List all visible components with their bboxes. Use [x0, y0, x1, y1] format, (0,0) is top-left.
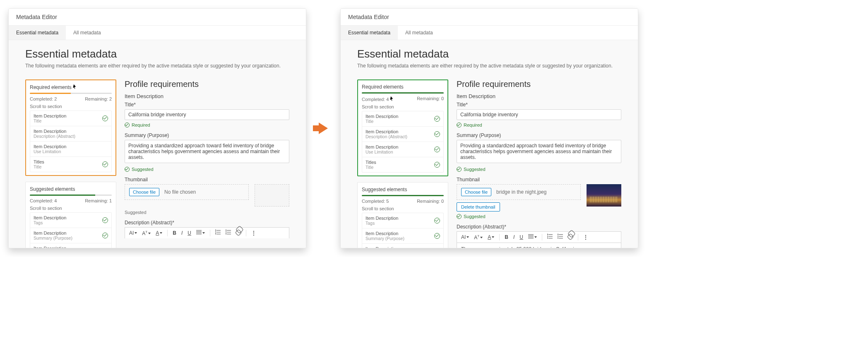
app-title: Metadata Editor [9, 9, 306, 26]
summary-input[interactable]: Providing a standardized approach toward… [125, 140, 289, 163]
fontsize-button[interactable]: AT [473, 234, 483, 240]
chevron-down-icon [160, 232, 162, 234]
align-button[interactable] [195, 230, 206, 236]
required-progress [362, 92, 444, 94]
fontcolor-button[interactable]: A [155, 230, 163, 236]
cursor-icon [390, 96, 394, 102]
italic-button[interactable]: I [180, 230, 183, 236]
delete-thumbnail-button[interactable]: Delete thumbnail [457, 202, 500, 211]
numlist-button[interactable] [546, 234, 553, 240]
title-input[interactable] [457, 109, 621, 120]
tab-essential[interactable]: Essential metadata [9, 26, 66, 40]
bold-button[interactable]: B [504, 234, 509, 240]
chevron-down-icon [492, 236, 494, 238]
more-button[interactable]: ⋮ [582, 234, 589, 240]
check-icon [102, 115, 108, 121]
scroll-label: Scroll to section [362, 206, 444, 211]
align-button[interactable] [527, 234, 538, 240]
section-link[interactable]: Item DescriptionTags [362, 213, 443, 228]
section-link[interactable]: Item DescriptionDescription (Abstract) [30, 126, 111, 142]
tabbar: Essential metadata All metadata [9, 26, 306, 40]
group-item-description: Item Description [457, 93, 621, 99]
title-input[interactable] [125, 109, 289, 120]
required-completed: Completed: 2 [30, 96, 57, 101]
section-link[interactable]: Item DescriptionTitle [30, 111, 111, 126]
file-dropzone[interactable]: Choose file bridge in the night.jpeg [457, 184, 581, 200]
chevron-down-icon [534, 236, 537, 238]
italic-button[interactable]: I [512, 234, 515, 240]
section-link[interactable]: Item DescriptionUse Limitation [30, 142, 111, 157]
font-button[interactable]: AI [460, 234, 470, 240]
profile-title: Profile requirements [457, 79, 621, 89]
bullist-button[interactable] [225, 230, 232, 236]
required-elements-card: Required elements Completed: 2 Remaining… [25, 79, 116, 176]
more-button[interactable]: ⋮ [250, 230, 257, 236]
section-link[interactable]: Item DescriptionTags [30, 213, 111, 228]
link-button[interactable] [235, 230, 242, 236]
suggested-completed: Completed: 4 [30, 198, 57, 203]
app-title: Metadata Editor [341, 9, 638, 26]
tab-essential[interactable]: Essential metadata [341, 26, 398, 40]
page-title: Essential metadata [25, 48, 289, 60]
page-subtitle: The following metadata elements are eith… [25, 63, 289, 69]
section-link[interactable]: Item DescriptionThumbnail [362, 244, 443, 248]
rte-toolbar: AI AT A B I U [457, 231, 621, 243]
file-status: No file chosen [164, 189, 196, 195]
section-link[interactable]: Item DescriptionSummary (Purpose) [362, 228, 443, 244]
cursor-icon [73, 84, 77, 90]
suggested-card-title: Suggested elements [362, 187, 444, 192]
check-icon [434, 116, 440, 122]
tab-all[interactable]: All metadata [398, 26, 440, 40]
choose-file-button[interactable]: Choose file [461, 188, 491, 196]
page-title: Essential metadata [357, 48, 621, 60]
chevron-down-icon [135, 232, 137, 234]
tab-all[interactable]: All metadata [66, 26, 108, 40]
section-link[interactable]: Item DescriptionSummary (Purpose) [30, 228, 111, 243]
bullet-list-icon [558, 234, 563, 239]
underline-button[interactable]: U [519, 234, 524, 240]
title-label: Title* [125, 102, 289, 108]
suggested-elements-card: Suggested elements Completed: 4 Remainin… [25, 182, 116, 248]
scroll-label: Scroll to section [362, 104, 444, 109]
numlist-button[interactable] [214, 230, 221, 236]
required-card-title: Required elements [362, 84, 444, 90]
link-button[interactable] [567, 234, 574, 240]
bold-button[interactable]: B [172, 230, 177, 236]
section-link[interactable]: Item DescriptionUse Limitation [362, 142, 443, 157]
suggested-remaining: Remaining: 1 [85, 198, 112, 203]
fontsize-button[interactable]: AT [141, 230, 151, 236]
section-link[interactable]: TitlesTitle [30, 157, 111, 172]
required-card-title: Required elements [30, 84, 112, 90]
group-item-description: Item Description [125, 93, 289, 99]
description-label: Description (Abstract)* [125, 220, 289, 226]
check-icon [125, 167, 130, 172]
tabbar: Essential metadata All metadata [341, 26, 638, 40]
fontcolor-button[interactable]: A [487, 234, 495, 240]
suggested-progress [30, 195, 112, 196]
panel-after: Metadata Editor Essential metadata All m… [340, 8, 638, 248]
check-icon [457, 123, 462, 127]
file-dropzone[interactable]: Choose file No file chosen [125, 184, 249, 200]
section-link[interactable]: Item DescriptionTitle [362, 111, 443, 127]
check-icon [434, 147, 440, 152]
suggested-remaining: Remaining: 0 [417, 199, 444, 204]
font-button[interactable]: AI [128, 230, 138, 236]
description-input[interactable]: There are approximately 25,000 bridges i… [457, 243, 621, 248]
summary-input[interactable]: Providing a standardized approach toward… [457, 140, 621, 163]
section-link[interactable]: TitlesTitle [362, 157, 443, 172]
check-icon [434, 131, 440, 137]
chevron-down-icon [148, 233, 151, 234]
check-icon [102, 217, 108, 223]
chevron-down-icon [202, 232, 205, 234]
scroll-label: Scroll to section [30, 206, 112, 211]
underline-button[interactable]: U [187, 230, 192, 236]
title-label: Title* [457, 102, 621, 108]
section-link[interactable]: Item DescriptionThumbnail [30, 243, 111, 248]
panel-before: Metadata Editor Essential metadata All m… [8, 8, 306, 248]
thumbnail-preview [587, 184, 621, 207]
section-link[interactable]: Item DescriptionDescription (Abstract) [362, 127, 443, 142]
required-remaining: Remaining: 0 [417, 96, 444, 102]
transition-arrow-icon [319, 8, 328, 248]
choose-file-button[interactable]: Choose file [129, 188, 159, 196]
bullist-button[interactable] [557, 234, 564, 240]
